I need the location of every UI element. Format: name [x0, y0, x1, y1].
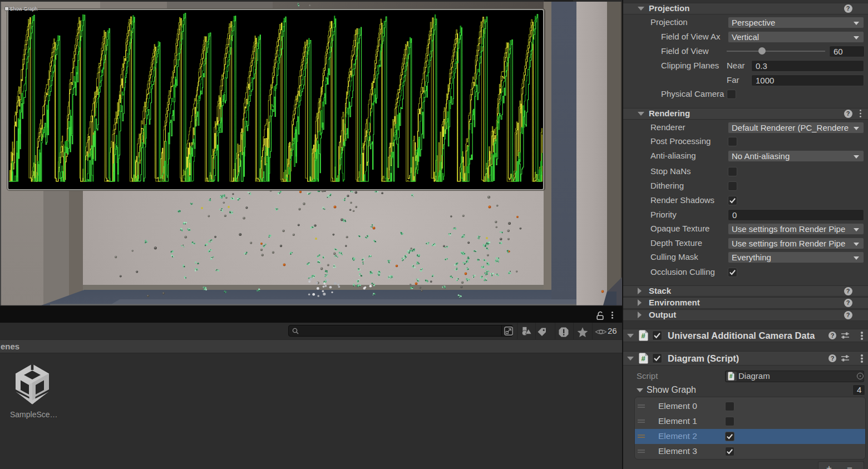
svg-text:Show Graph: Show Graph	[10, 6, 38, 12]
svg-text:#: #	[642, 332, 646, 340]
svg-text:#: #	[729, 373, 733, 379]
svg-text:#: #	[642, 354, 646, 363]
